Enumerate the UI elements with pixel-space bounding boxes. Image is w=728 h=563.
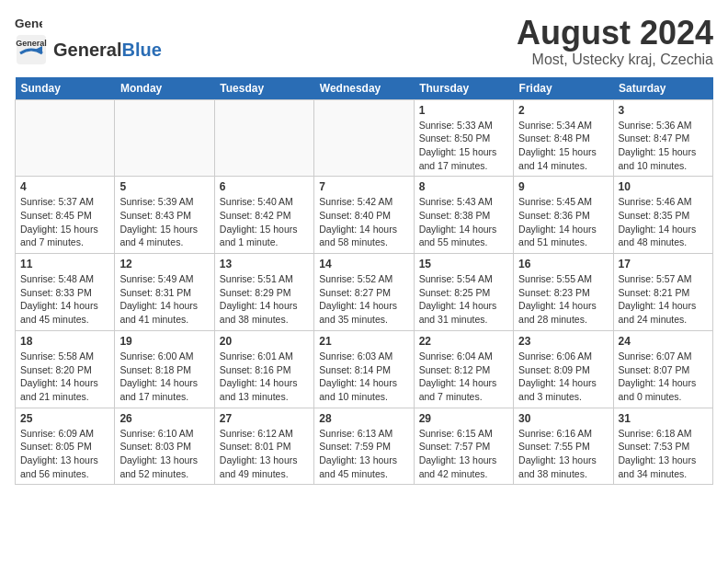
title-area: August 2024 Most, Ustecky kraj, Czechia: [517, 15, 713, 68]
day-number: 25: [20, 412, 109, 425]
calendar-cell: 8Sunrise: 5:43 AM Sunset: 8:38 PM Daylig…: [414, 177, 513, 254]
day-info: Sunrise: 6:13 AM Sunset: 7:59 PM Dayligh…: [319, 427, 408, 481]
calendar-cell: [16, 99, 115, 177]
calendar-week-row: 4Sunrise: 5:37 AM Sunset: 8:45 PM Daylig…: [16, 177, 713, 254]
day-number: 30: [518, 412, 608, 425]
calendar-cell: 1Sunrise: 5:33 AM Sunset: 8:50 PM Daylig…: [414, 99, 513, 177]
calendar-cell: 12Sunrise: 5:49 AM Sunset: 8:31 PM Dayli…: [115, 254, 214, 331]
logo-icon: General: [15, 15, 42, 31]
calendar-cell: 4Sunrise: 5:37 AM Sunset: 8:45 PM Daylig…: [16, 177, 115, 254]
weekday-header-friday: Friday: [514, 77, 613, 100]
day-number: 9: [518, 180, 608, 193]
day-info: Sunrise: 5:39 AM Sunset: 8:43 PM Dayligh…: [119, 195, 209, 249]
day-info: Sunrise: 5:55 AM Sunset: 8:23 PM Dayligh…: [518, 272, 608, 327]
calendar-cell: 17Sunrise: 5:57 AM Sunset: 8:21 PM Dayli…: [613, 254, 712, 331]
day-number: 10: [619, 180, 708, 193]
day-number: 8: [419, 180, 508, 193]
calendar-cell: 27Sunrise: 6:12 AM Sunset: 8:01 PM Dayli…: [214, 408, 313, 485]
weekday-header-monday: Monday: [115, 77, 214, 100]
calendar-cell: 3Sunrise: 5:36 AM Sunset: 8:47 PM Daylig…: [613, 99, 712, 177]
day-number: 19: [119, 335, 209, 348]
day-number: 31: [619, 412, 708, 425]
day-number: 22: [419, 335, 508, 348]
day-number: 1: [419, 104, 508, 117]
location-subtitle: Most, Ustecky kraj, Czechia: [517, 52, 713, 68]
calendar-cell: 24Sunrise: 6:07 AM Sunset: 8:07 PM Dayli…: [613, 330, 712, 408]
day-info: Sunrise: 6:12 AM Sunset: 8:01 PM Dayligh…: [220, 427, 309, 481]
day-info: Sunrise: 6:03 AM Sunset: 8:14 PM Dayligh…: [319, 350, 408, 404]
calendar-cell: 2Sunrise: 5:34 AM Sunset: 8:48 PM Daylig…: [514, 99, 613, 177]
day-info: Sunrise: 5:54 AM Sunset: 8:25 PM Dayligh…: [419, 272, 508, 327]
day-number: 15: [419, 258, 508, 270]
logo-blue-text: Blue: [121, 40, 161, 60]
month-year-title: August 2024: [517, 15, 713, 52]
day-info: Sunrise: 5:46 AM Sunset: 8:35 PM Dayligh…: [619, 195, 708, 249]
calendar-cell: 29Sunrise: 6:15 AM Sunset: 7:57 PM Dayli…: [414, 408, 513, 485]
day-info: Sunrise: 6:15 AM Sunset: 7:57 PM Dayligh…: [419, 427, 508, 481]
calendar-cell: 11Sunrise: 5:48 AM Sunset: 8:33 PM Dayli…: [16, 254, 115, 331]
day-info: Sunrise: 6:07 AM Sunset: 8:07 PM Dayligh…: [619, 350, 708, 404]
day-number: 11: [20, 258, 109, 270]
calendar-cell: 9Sunrise: 5:45 AM Sunset: 8:36 PM Daylig…: [514, 177, 613, 254]
weekday-header-saturday: Saturday: [613, 77, 712, 100]
day-number: 5: [119, 180, 209, 193]
day-info: Sunrise: 6:00 AM Sunset: 8:18 PM Dayligh…: [119, 350, 209, 404]
calendar-cell: 13Sunrise: 5:51 AM Sunset: 8:29 PM Dayli…: [214, 254, 313, 331]
calendar-cell: 26Sunrise: 6:10 AM Sunset: 8:03 PM Dayli…: [115, 408, 214, 485]
day-number: 24: [619, 335, 708, 348]
day-number: 20: [220, 335, 309, 348]
day-info: Sunrise: 6:06 AM Sunset: 8:09 PM Dayligh…: [518, 350, 608, 404]
day-info: Sunrise: 6:09 AM Sunset: 8:05 PM Dayligh…: [20, 427, 109, 481]
day-info: Sunrise: 5:33 AM Sunset: 8:50 PM Dayligh…: [419, 119, 508, 173]
calendar-cell: 25Sunrise: 6:09 AM Sunset: 8:05 PM Dayli…: [16, 408, 115, 485]
calendar-table: SundayMondayTuesdayWednesdayThursdayFrid…: [15, 77, 713, 486]
day-info: Sunrise: 5:52 AM Sunset: 8:27 PM Dayligh…: [319, 272, 408, 327]
calendar-cell: 20Sunrise: 6:01 AM Sunset: 8:16 PM Dayli…: [214, 330, 313, 408]
weekday-header-tuesday: Tuesday: [214, 77, 313, 100]
day-info: Sunrise: 6:01 AM Sunset: 8:16 PM Dayligh…: [220, 350, 309, 404]
calendar-cell: 19Sunrise: 6:00 AM Sunset: 8:18 PM Dayli…: [115, 330, 214, 408]
calendar-cell: 14Sunrise: 5:52 AM Sunset: 8:27 PM Dayli…: [314, 254, 414, 331]
weekday-header-wednesday: Wednesday: [314, 77, 414, 100]
calendar-cell: 28Sunrise: 6:13 AM Sunset: 7:59 PM Dayli…: [314, 408, 414, 485]
day-info: Sunrise: 5:58 AM Sunset: 8:20 PM Dayligh…: [20, 350, 109, 404]
day-number: 3: [619, 104, 708, 117]
day-info: Sunrise: 5:57 AM Sunset: 8:21 PM Dayligh…: [619, 272, 708, 327]
calendar-week-row: 11Sunrise: 5:48 AM Sunset: 8:33 PM Dayli…: [16, 254, 713, 331]
calendar-cell: 30Sunrise: 6:16 AM Sunset: 7:55 PM Dayli…: [514, 408, 613, 485]
day-info: Sunrise: 5:40 AM Sunset: 8:42 PM Dayligh…: [220, 195, 309, 249]
day-info: Sunrise: 5:34 AM Sunset: 8:48 PM Dayligh…: [518, 119, 608, 173]
day-info: Sunrise: 5:48 AM Sunset: 8:33 PM Dayligh…: [20, 272, 109, 327]
day-number: 6: [220, 180, 309, 193]
day-number: 12: [119, 258, 209, 270]
day-info: Sunrise: 6:10 AM Sunset: 8:03 PM Dayligh…: [119, 427, 209, 481]
calendar-cell: [314, 99, 414, 177]
day-number: 17: [619, 258, 708, 270]
weekday-header-sunday: Sunday: [16, 77, 115, 100]
calendar-cell: 5Sunrise: 5:39 AM Sunset: 8:43 PM Daylig…: [115, 177, 214, 254]
logo-graphic: General: [15, 33, 48, 66]
calendar-cell: [214, 99, 313, 177]
calendar-cell: 15Sunrise: 5:54 AM Sunset: 8:25 PM Dayli…: [414, 254, 513, 331]
calendar-cell: [115, 99, 214, 177]
day-info: Sunrise: 5:49 AM Sunset: 8:31 PM Dayligh…: [119, 272, 209, 327]
logo: General General GeneralBlue: [15, 15, 162, 66]
calendar-cell: 22Sunrise: 6:04 AM Sunset: 8:12 PM Dayli…: [414, 330, 513, 408]
day-number: 29: [419, 412, 508, 425]
calendar-cell: 21Sunrise: 6:03 AM Sunset: 8:14 PM Dayli…: [314, 330, 414, 408]
header: General General GeneralBlue August 2024 …: [15, 15, 713, 68]
day-number: 21: [319, 335, 408, 348]
day-info: Sunrise: 5:42 AM Sunset: 8:40 PM Dayligh…: [319, 195, 408, 249]
day-info: Sunrise: 5:51 AM Sunset: 8:29 PM Dayligh…: [220, 272, 309, 327]
day-info: Sunrise: 6:04 AM Sunset: 8:12 PM Dayligh…: [419, 350, 508, 404]
calendar-week-row: 1Sunrise: 5:33 AM Sunset: 8:50 PM Daylig…: [16, 99, 713, 177]
calendar-cell: 7Sunrise: 5:42 AM Sunset: 8:40 PM Daylig…: [314, 177, 414, 254]
day-number: 28: [319, 412, 408, 425]
calendar-cell: 18Sunrise: 5:58 AM Sunset: 8:20 PM Dayli…: [16, 330, 115, 408]
calendar-cell: 6Sunrise: 5:40 AM Sunset: 8:42 PM Daylig…: [214, 177, 313, 254]
logo-general-text: General: [53, 40, 121, 60]
day-number: 23: [518, 335, 608, 348]
weekday-header-row: SundayMondayTuesdayWednesdayThursdayFrid…: [16, 77, 713, 100]
day-number: 2: [518, 104, 608, 117]
day-number: 27: [220, 412, 309, 425]
